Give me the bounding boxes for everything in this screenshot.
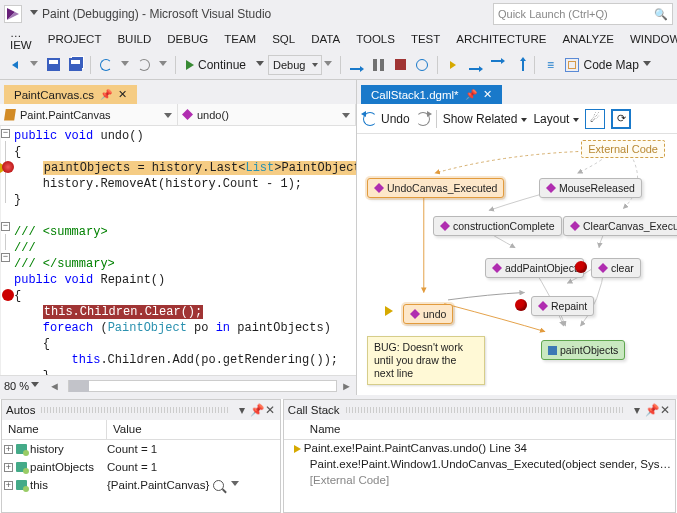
show-related-dropdown[interactable]: Show Related: [443, 112, 528, 126]
scrollbar-thumb[interactable]: [69, 380, 89, 392]
sync-button[interactable]: ⟳: [611, 109, 631, 129]
menu-data[interactable]: DATA: [303, 31, 348, 47]
show-next-button[interactable]: [443, 55, 463, 75]
scroll-left-icon[interactable]: ◄: [49, 380, 60, 392]
horizontal-scrollbar[interactable]: [68, 380, 337, 392]
breakpoint-icon[interactable]: [2, 161, 14, 173]
external-code-badge[interactable]: External Code: [581, 140, 665, 158]
menu-architecture[interactable]: ARCHITECTURE: [448, 31, 554, 47]
break-all-button[interactable]: [368, 55, 388, 75]
save-button[interactable]: [43, 55, 63, 75]
code-map-button[interactable]: Code Map: [565, 58, 638, 72]
callstack-frame[interactable]: [External Code]: [284, 472, 675, 488]
fold-toggle[interactable]: −: [1, 222, 10, 231]
node-clear[interactable]: clear: [591, 258, 641, 278]
step-out-button[interactable]: [509, 55, 529, 75]
node-repaint[interactable]: Repaint: [531, 296, 594, 316]
pin-icon[interactable]: 📌: [645, 403, 657, 417]
close-icon[interactable]: ✕: [659, 403, 671, 417]
configuration-dropdown[interactable]: [324, 61, 332, 69]
breakpoint-icon[interactable]: [575, 261, 587, 273]
redo-icon[interactable]: [416, 112, 430, 126]
node-clearcanvas-executed[interactable]: ClearCanvas_Executed: [563, 216, 677, 236]
menu-tools[interactable]: TOOLS: [348, 31, 403, 47]
close-icon[interactable]: ✕: [264, 403, 276, 417]
layout-dropdown[interactable]: Layout: [533, 112, 579, 126]
step-into-button[interactable]: [346, 55, 366, 75]
menu-debug[interactable]: DEBUG: [159, 31, 216, 47]
filter-button[interactable]: ☄: [585, 109, 605, 129]
autos-col-value[interactable]: Value: [107, 420, 148, 439]
fold-toggle[interactable]: −: [1, 129, 10, 138]
close-icon[interactable]: ✕: [483, 88, 492, 101]
continue-button[interactable]: Continue: [180, 54, 252, 76]
callstack-titlebar[interactable]: Call Stack ▾ 📌 ✕: [284, 400, 675, 420]
member-combo[interactable]: undo(): [178, 104, 356, 125]
class-combo[interactable]: Paint.PaintCanvas: [0, 104, 178, 125]
fold-toggle[interactable]: −: [1, 253, 10, 262]
menu-view[interactable]: …IEW: [2, 25, 40, 53]
expand-icon[interactable]: +: [4, 481, 13, 490]
nav-back-button[interactable]: [5, 55, 25, 75]
code-map-graph[interactable]: External Code UndoCanvas_Executed MouseR…: [357, 134, 677, 395]
node-constructioncomplete[interactable]: constructionComplete: [433, 216, 562, 236]
autos-titlebar[interactable]: Autos ▾ 📌 ✕: [2, 400, 280, 420]
continue-dropdown[interactable]: [256, 61, 264, 69]
menu-test[interactable]: TEST: [403, 31, 448, 47]
node-paintobjects[interactable]: paintObjects: [541, 340, 625, 360]
menu-build[interactable]: BUILD: [109, 31, 159, 47]
restart-button[interactable]: [412, 55, 432, 75]
expand-icon[interactable]: +: [4, 463, 13, 472]
menu-analyze[interactable]: ANALYZE: [554, 31, 622, 47]
code-area[interactable]: − − − public void undo() { paintObjects …: [0, 126, 356, 375]
configuration-select[interactable]: Debug: [268, 55, 322, 75]
callstack-frame[interactable]: Paint.exe!Paint.Window1.UndoCanvas_Execu…: [284, 456, 675, 472]
node-addpaintobject[interactable]: addPaintObject: [485, 258, 584, 278]
menu-sql[interactable]: SQL: [264, 31, 303, 47]
window-menu-dropdown[interactable]: [30, 10, 38, 18]
save-all-button[interactable]: [65, 55, 85, 75]
visualizer-icon[interactable]: [213, 480, 224, 491]
menu-window[interactable]: WINDOW: [622, 31, 677, 47]
zoom-value[interactable]: 80 %: [4, 380, 29, 392]
undo-toolbar-button[interactable]: [96, 55, 116, 75]
close-icon[interactable]: ✕: [118, 88, 127, 101]
pin-icon[interactable]: 📌: [100, 89, 112, 100]
quick-launch-input[interactable]: Quick Launch (Ctrl+Q) 🔍: [493, 3, 673, 25]
callstack-frame[interactable]: Paint.exe!Paint.PaintCanvas.undo() Line …: [284, 440, 675, 456]
stop-debugging-button[interactable]: [390, 55, 410, 75]
visualizer-dropdown[interactable]: [231, 481, 239, 489]
code-text[interactable]: public void undo() { paintObjects = hist…: [10, 126, 356, 375]
step-over-button[interactable]: [487, 55, 507, 75]
code-map-dropdown[interactable]: [643, 61, 651, 69]
tab-callstack-dgml[interactable]: CallStack1.dgml* 📌 ✕: [361, 85, 502, 104]
menu-team[interactable]: TEAM: [216, 31, 264, 47]
window-dropdown-icon[interactable]: ▾: [631, 403, 643, 417]
undo-dropdown[interactable]: [121, 61, 129, 69]
bug-annotation[interactable]: BUG: Doesn't work until you draw the nex…: [367, 336, 485, 385]
undo-button[interactable]: Undo: [363, 112, 410, 126]
pin-icon[interactable]: 📌: [465, 89, 477, 100]
callstack-col-name[interactable]: Name: [284, 420, 347, 439]
search-icon[interactable]: 🔍: [654, 8, 668, 21]
node-mousereleased[interactable]: MouseReleased: [539, 178, 642, 198]
redo-dropdown[interactable]: [159, 61, 167, 69]
breakpoint-gutter[interactable]: [0, 126, 1, 375]
tab-paintcanvas[interactable]: PaintCanvas.cs 📌 ✕: [4, 85, 137, 104]
menu-project[interactable]: PROJECT: [40, 31, 110, 47]
window-dropdown-icon[interactable]: ▾: [236, 403, 248, 417]
node-undo[interactable]: undo: [403, 304, 453, 324]
redo-toolbar-button[interactable]: [134, 55, 154, 75]
autos-row[interactable]: +this {Paint.PaintCanvas}: [2, 476, 280, 494]
pin-icon[interactable]: 📌: [250, 403, 262, 417]
scroll-right-icon[interactable]: ►: [341, 380, 352, 392]
zoom-dropdown[interactable]: [31, 382, 39, 390]
breakpoint-icon[interactable]: [2, 289, 14, 301]
autos-row[interactable]: +paintObjects Count = 1: [2, 458, 280, 476]
intellitrace-button[interactable]: ≡: [540, 55, 560, 75]
step-into-button-2[interactable]: [465, 55, 485, 75]
breakpoint-icon[interactable]: [515, 299, 527, 311]
autos-row[interactable]: +history Count = 1: [2, 440, 280, 458]
nav-back-dropdown[interactable]: [30, 61, 38, 69]
expand-icon[interactable]: +: [4, 445, 13, 454]
